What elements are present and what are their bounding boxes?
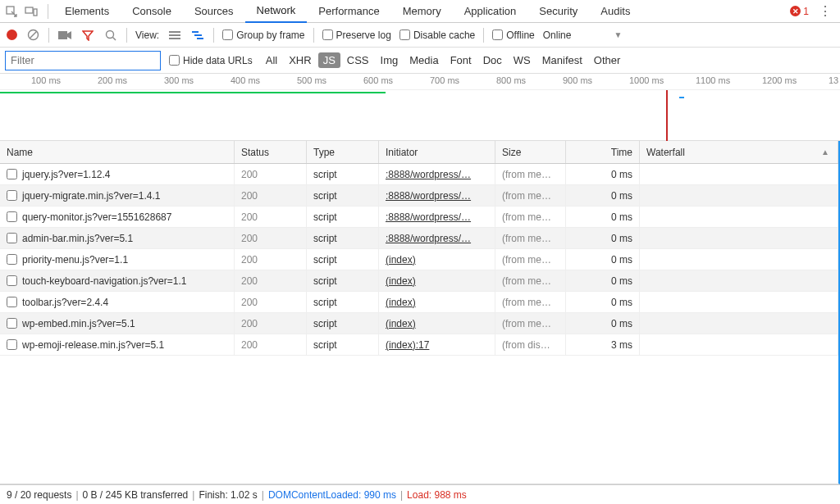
search-icon[interactable]	[103, 28, 118, 43]
cell-size: (from me…	[495, 207, 566, 227]
device-toggle-icon[interactable]	[23, 3, 39, 20]
cell-time: 0 ms	[566, 313, 640, 334]
tab-performance[interactable]: Performance	[307, 0, 390, 23]
cell-waterfall	[640, 228, 838, 248]
error-badge[interactable]: ✕ 1	[790, 6, 809, 17]
large-rows-icon[interactable]	[167, 28, 182, 43]
table-row[interactable]: toolbar.js?ver=2.4.4200script(index)(fro…	[0, 292, 838, 313]
sort-arrow-icon: ▲	[821, 148, 829, 157]
record-button[interactable]	[7, 30, 17, 40]
tab-application[interactable]: Application	[453, 0, 528, 23]
hide-data-urls-checkbox[interactable]: Hide data URLs	[169, 55, 253, 66]
filter-type-all[interactable]: All	[261, 52, 282, 68]
timeline-overview[interactable]: 100 ms200 ms300 ms400 ms500 ms600 ms700 …	[0, 74, 840, 141]
load-summary: Load: 988 ms	[407, 489, 467, 501]
filter-type-media[interactable]: Media	[404, 52, 443, 68]
timeline-tick: 900 ms	[563, 75, 592, 85]
preserve-log-checkbox[interactable]: Preserve log	[322, 30, 391, 41]
cell-initiator: :8888/wordpress/…	[379, 228, 495, 248]
initiator-link[interactable]: (index):17	[386, 339, 429, 351]
col-time[interactable]: Time	[566, 141, 640, 163]
col-size[interactable]: Size	[495, 141, 566, 163]
filter-bar: Hide data URLs AllXHRJSCSSImgMediaFontDo…	[0, 48, 840, 74]
devtools-tabs-bar: ElementsConsoleSourcesNetworkPerformance…	[0, 0, 840, 23]
table-row[interactable]: jquery-migrate.min.js?ver=1.4.1200script…	[0, 185, 838, 207]
tab-audits[interactable]: Audits	[589, 0, 641, 23]
filter-type-ws[interactable]: WS	[509, 52, 536, 68]
svg-rect-2	[34, 9, 37, 16]
tab-network[interactable]: Network	[245, 0, 308, 23]
status-bar: 9 / 20 requests | 0 B / 245 KB transferr…	[0, 484, 840, 504]
col-status[interactable]: Status	[235, 141, 307, 163]
cell-initiator: (index)	[379, 313, 495, 334]
initiator-link[interactable]: (index)	[386, 275, 416, 287]
filter-type-js[interactable]: JS	[318, 52, 340, 68]
cell-status: 200	[235, 249, 307, 270]
inspect-icon[interactable]	[3, 3, 20, 20]
cell-type: script	[307, 228, 379, 248]
col-type[interactable]: Type	[307, 141, 379, 163]
waterfall-overview-icon[interactable]	[190, 28, 205, 43]
row-checkbox[interactable]	[7, 339, 17, 350]
row-checkbox[interactable]	[7, 233, 17, 243]
throttling-select[interactable]: Online ▼	[543, 30, 623, 41]
timeline-tick: 400 ms	[231, 75, 260, 85]
filter-type-manifest[interactable]: Manifest	[537, 52, 587, 68]
initiator-link[interactable]: (index)	[386, 254, 416, 266]
timeline-tick: 1100 ms	[696, 75, 730, 85]
filter-type-xhr[interactable]: XHR	[284, 52, 316, 68]
tab-security[interactable]: Security	[527, 0, 589, 23]
tab-elements[interactable]: Elements	[53, 0, 121, 23]
table-row[interactable]: wp-emoji-release.min.js?ver=5.1200script…	[0, 334, 838, 356]
col-waterfall[interactable]: Waterfall▲	[640, 141, 838, 163]
initiator-link[interactable]: :8888/wordpress/…	[386, 211, 471, 223]
cell-time: 0 ms	[566, 292, 640, 312]
col-initiator[interactable]: Initiator	[379, 141, 495, 163]
filter-type-css[interactable]: CSS	[342, 52, 374, 68]
initiator-link[interactable]: :8888/wordpress/…	[386, 190, 471, 202]
more-icon[interactable]: ⋮	[814, 3, 837, 19]
disable-cache-checkbox[interactable]: Disable cache	[399, 30, 475, 41]
row-checkbox[interactable]	[7, 318, 17, 329]
cell-waterfall	[640, 334, 838, 355]
cell-size: (from dis…	[495, 334, 566, 355]
table-row[interactable]: touch-keyboard-navigation.js?ver=1.1200s…	[0, 270, 838, 292]
table-row[interactable]: jquery.js?ver=1.12.4200script:8888/wordp…	[0, 164, 838, 185]
row-checkbox[interactable]	[7, 169, 17, 179]
offline-checkbox[interactable]: Offline	[492, 30, 534, 41]
filter-type-doc[interactable]: Doc	[478, 52, 507, 68]
svg-rect-1	[25, 7, 33, 13]
table-row[interactable]: wp-embed.min.js?ver=5.1200script(index)(…	[0, 313, 838, 334]
row-checkbox[interactable]	[7, 275, 17, 286]
cell-time: 0 ms	[566, 249, 640, 270]
cell-status: 200	[235, 292, 307, 312]
camera-icon[interactable]	[57, 28, 72, 43]
group-by-frame-checkbox[interactable]: Group by frame	[222, 30, 304, 41]
filter-type-img[interactable]: Img	[376, 52, 404, 68]
row-checkbox[interactable]	[7, 190, 17, 201]
table-row[interactable]: admin-bar.min.js?ver=5.1200script:8888/w…	[0, 228, 838, 249]
timeline-tick: 200 ms	[98, 75, 127, 85]
col-name[interactable]: Name	[0, 141, 235, 163]
cell-type: script	[307, 270, 379, 291]
initiator-link[interactable]: :8888/wordpress/…	[386, 233, 471, 244]
row-checkbox[interactable]	[7, 254, 17, 265]
cell-name: priority-menu.js?ver=1.1	[0, 249, 235, 270]
table-row[interactable]: priority-menu.js?ver=1.1200script(index)…	[0, 249, 838, 270]
row-checkbox[interactable]	[7, 297, 17, 307]
tab-console[interactable]: Console	[121, 0, 183, 23]
clear-icon[interactable]	[25, 28, 40, 43]
row-checkbox[interactable]	[7, 211, 17, 222]
tab-memory[interactable]: Memory	[391, 0, 453, 23]
cell-waterfall	[640, 207, 838, 227]
initiator-link[interactable]: :8888/wordpress/…	[386, 169, 471, 180]
tab-sources[interactable]: Sources	[183, 0, 245, 23]
filter-icon[interactable]	[80, 28, 95, 43]
table-row[interactable]: query-monitor.js?ver=1551628687200script…	[0, 207, 838, 228]
filter-type-font[interactable]: Font	[445, 52, 477, 68]
cell-type: script	[307, 249, 379, 270]
initiator-link[interactable]: (index)	[386, 318, 416, 329]
initiator-link[interactable]: (index)	[386, 297, 416, 308]
filter-input[interactable]	[5, 51, 161, 70]
filter-type-other[interactable]: Other	[589, 52, 626, 68]
